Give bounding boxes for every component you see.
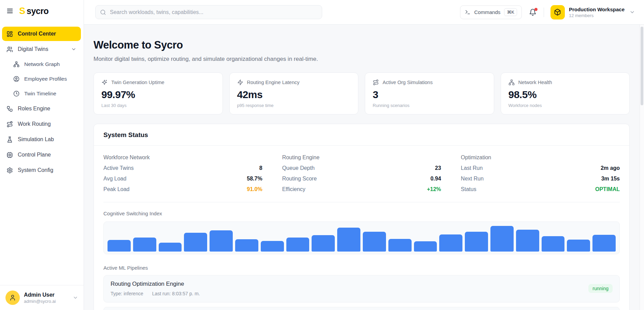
sparkles-icon	[101, 79, 108, 85]
pipeline-row: Routing Optimization Engine Type: infere…	[103, 275, 620, 302]
chart-bar	[490, 226, 514, 252]
stat-sub: Workforce nodes	[509, 103, 622, 108]
stat-value: 99.97%	[101, 89, 215, 100]
stat-value: 98.5%	[509, 89, 622, 100]
stat-label: Twin Generation Uptime	[111, 80, 164, 85]
sidebar-item-employee-profiles[interactable]: Employee Profiles	[9, 72, 81, 86]
metric-row: Routing Score 0.94	[282, 176, 441, 182]
hamburger-menu-icon[interactable]	[6, 7, 14, 15]
chart-bar	[542, 236, 565, 252]
stat-sub: Running scenarios	[373, 103, 486, 108]
stat-value: 3	[373, 89, 486, 100]
chart-bar	[465, 232, 488, 252]
app-title: sycro	[27, 6, 48, 16]
workspace-name: Production Workspace	[569, 6, 625, 12]
sidebar-item-network-graph[interactable]: Network Graph	[9, 57, 81, 71]
network-icon	[509, 79, 515, 85]
cpu-icon	[6, 152, 13, 158]
main-content: Welcome to Sycro Monitor digital twins, …	[84, 25, 644, 310]
system-status-card: System Status Workforce Network Active T…	[94, 124, 630, 310]
status-badge: running	[588, 284, 613, 293]
sidebar-nav: Control Center Digital Twins Network Gra…	[0, 22, 84, 285]
sidebar-item-simulation-lab[interactable]: Simulation Lab	[2, 132, 81, 147]
sidebar-item-label: Control Plane	[18, 152, 51, 158]
sidebar-item-twin-timeline[interactable]: Twin Timeline	[9, 87, 81, 100]
divider	[544, 8, 544, 17]
stat-label: Network Health	[518, 80, 552, 85]
chart-bar	[516, 230, 539, 252]
sidebar-item-control-center[interactable]: Control Center	[2, 27, 81, 41]
search-box	[95, 5, 322, 19]
sidebar-item-control-plane[interactable]: Control Plane	[2, 148, 81, 162]
keyboard-shortcut-badge: ⌘K	[504, 8, 517, 16]
chevron-down-icon	[73, 295, 78, 300]
stat-sub: p95 response time	[237, 103, 351, 108]
sidebar-item-label: System Config	[18, 167, 53, 173]
user-name: Admin User	[24, 292, 56, 298]
sidebar-item-label: Roles Engine	[18, 106, 50, 112]
chart-bar	[363, 232, 386, 252]
chart-bar	[210, 230, 233, 252]
chart-bar	[159, 243, 182, 252]
chart-bar	[133, 238, 156, 252]
chart-bar	[261, 241, 284, 252]
chart-bar	[312, 235, 335, 252]
user-email: admin@sycro.ai	[24, 299, 56, 304]
metric-row: Efficiency +12%	[282, 186, 441, 192]
user-icon	[9, 294, 16, 301]
stat-cards-row: Twin Generation Uptime 99.97% Last 30 da…	[94, 72, 630, 114]
user-circle-icon	[13, 76, 19, 82]
sidebar-item-work-routing[interactable]: Work Routing	[2, 117, 81, 131]
sidebar-item-label: Work Routing	[18, 121, 51, 127]
chart-bar	[235, 239, 258, 252]
column-title: Optimization	[461, 154, 620, 161]
user-menu[interactable]: Admin User admin@sycro.ai	[0, 285, 84, 310]
sidebar-item-digital-twins[interactable]: Digital Twins	[2, 42, 81, 56]
stat-card-latency: Routing Engine Latency 42ms p95 response…	[229, 72, 359, 114]
chart-bar	[108, 240, 131, 252]
chart-bar	[184, 233, 207, 252]
notifications-button[interactable]	[528, 8, 537, 17]
chart-bar	[286, 238, 310, 252]
terminal-icon	[465, 9, 471, 15]
pipeline-row: Capacity Predictor Type: inference Last …	[103, 307, 620, 310]
commands-button[interactable]: Commands ⌘K	[460, 5, 522, 19]
status-column-optimization: Optimization Last Run 2m ago Next Run 3m…	[461, 154, 620, 192]
clock-icon	[13, 91, 19, 97]
metric-row: Next Run 3m 15s	[461, 176, 620, 182]
scrollbar-track[interactable]	[640, 25, 644, 310]
search-input[interactable]	[110, 9, 317, 15]
cognitive-switching-chart	[103, 221, 620, 254]
stat-value: 42ms	[237, 89, 351, 100]
stat-card-network-health: Network Health 98.5% Workforce nodes	[501, 72, 630, 114]
chevron-down-icon	[629, 9, 635, 15]
search-icon	[100, 9, 106, 15]
pipeline-last-run: Last run: 8:03:57 p. m.	[152, 291, 200, 296]
dashboard-icon	[6, 31, 13, 37]
column-title: Routing Engine	[282, 154, 441, 161]
cognitive-switching-section: Cognitive Switching Index	[103, 202, 620, 254]
sidebar-item-system-config[interactable]: System Config	[2, 163, 81, 177]
stat-card-twin-uptime: Twin Generation Uptime 99.97% Last 30 da…	[94, 72, 223, 114]
metric-row: Peak Load 91.0%	[103, 186, 262, 192]
scrollbar-thumb[interactable]	[641, 27, 643, 105]
chart-bar	[337, 228, 360, 252]
metric-row: Status OPTIMAL	[461, 186, 620, 192]
workspace-selector[interactable]: Production Workspace 12 members	[550, 5, 635, 19]
metric-row: Queue Depth 23	[282, 165, 441, 171]
avatar	[5, 291, 20, 305]
sidebar-item-label: Control Center	[18, 31, 56, 37]
system-status-title: System Status	[94, 124, 629, 146]
topbar: Commands ⌘K Production Workspace 12 memb…	[84, 0, 644, 25]
cube-icon	[550, 5, 565, 19]
pipeline-name: Routing Optimization Engine	[111, 281, 200, 287]
sidebar-item-roles-engine[interactable]: Roles Engine	[2, 102, 81, 116]
sidebar-item-label: Employee Profiles	[24, 76, 67, 82]
route-icon	[373, 79, 379, 85]
pipeline-type: Type: inference	[111, 291, 143, 296]
status-column-workforce-network: Workforce Network Active Twins 8 Avg Loa…	[103, 154, 262, 192]
pipelines-title: Active ML Pipelines	[103, 265, 620, 271]
workspace-members: 12 members	[569, 13, 625, 18]
flask-icon	[6, 136, 13, 143]
users-icon	[6, 46, 13, 53]
